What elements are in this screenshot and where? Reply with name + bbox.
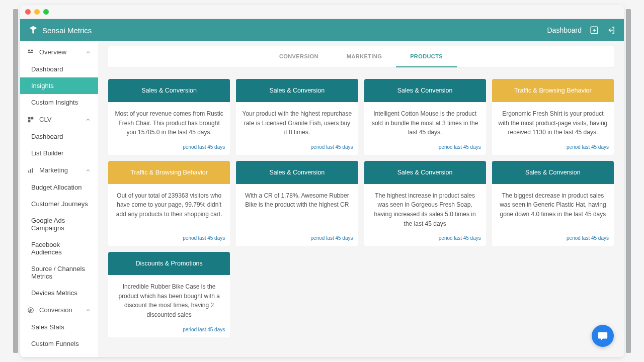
card-period: period last 45 days [108,232,230,246]
sidebar-label: Marketing [39,166,68,174]
sidebar-item-sales-stats[interactable]: Sales Stats [20,319,98,335]
card-period: period last 45 days [492,141,614,155]
svg-rect-5 [31,117,34,119]
card-body: Incredible Rubber Bike Case is the produ… [108,275,230,323]
sidebar-section-clv[interactable]: CLV [20,111,98,128]
svg-rect-9 [32,168,33,172]
card-body: The biggest decrease in product sales wa… [492,184,614,232]
card-period: period last 45 days [364,232,486,246]
card-body: Your product with the highest repurchase… [236,102,358,141]
insight-card[interactable]: Sales & ConversionYour product with the … [236,79,358,155]
card-period: period last 45 days [236,141,358,155]
insight-card[interactable]: Sales & ConversionThe highest increase i… [364,161,486,246]
sidebar-item-google-ads[interactable]: Google Ads Campaigns [20,212,98,236]
conversion-icon [27,307,34,314]
insight-card[interactable]: Sales & ConversionMost of your revenue c… [108,79,230,155]
sidebar: Overview Dashboard Insights Custom Insig… [20,41,98,357]
card-body: Ergonomic Fresh Shirt is your product wi… [492,102,614,141]
insight-card[interactable]: Sales & ConversionThe biggest decrease i… [492,161,614,246]
svg-rect-6 [28,120,31,122]
add-widget-icon[interactable] [590,26,599,35]
top-navbar: Sensai Metrics Dashboard [20,19,624,41]
card-body: The highest increase in product sales wa… [364,184,486,232]
chevron-up-icon [85,49,91,55]
card-header: Discounts & Promotions [108,252,230,275]
sidebar-item-customer-journeys[interactable]: Customer Journeys [20,196,98,212]
sidebar-item-clv-dashboard[interactable]: Dashboard [20,128,98,145]
insight-card[interactable]: Sales & ConversionWith a CR of 1.78%, Aw… [236,161,358,246]
sidebar-item-source-channels[interactable]: Source / Channels Metrics [20,260,98,285]
app-window: Sensai Metrics Dashboard Overview Dashbo… [20,5,624,357]
logout-icon[interactable] [607,26,616,35]
sidebar-item-insights[interactable]: Insights [20,77,98,94]
main-content: CONVERSION MARKETING PRODUCTS Sales & Co… [98,41,624,357]
card-body: Most of your revenue comes from Rustic F… [108,102,230,141]
sidebar-item-list-builder[interactable]: List Builder [20,145,98,161]
card-period: period last 45 days [108,141,230,155]
tab-conversion[interactable]: CONVERSION [265,46,333,67]
svg-rect-2 [31,49,33,50]
insights-grid: Sales & ConversionMost of your revenue c… [108,79,614,337]
sidebar-label: Conversion [39,306,72,314]
card-period: period last 45 days [108,324,230,337]
sidebar-item-custom-insights[interactable]: Custom Insights [20,94,98,111]
maximize-window-button[interactable] [43,9,49,15]
svg-rect-8 [30,169,31,172]
card-body: Intelligent Cotton Mouse is the product … [364,102,486,141]
card-body: With a CR of 1.78%, Awesome Rubber Bike … [236,184,358,232]
tab-marketing[interactable]: MARKETING [333,46,396,67]
card-header: Traffic & Browsing Behavior [108,161,230,184]
tab-products[interactable]: PRODUCTS [396,46,457,67]
svg-rect-7 [28,170,29,173]
topbar-dashboard-label[interactable]: Dashboard [547,26,582,34]
sidebar-section-overview[interactable]: Overview [20,43,98,61]
tabs-panel: CONVERSION MARKETING PRODUCTS [108,46,614,68]
overview-icon [27,49,34,56]
clv-icon [27,116,34,123]
sidebar-label: CLV [39,116,51,123]
svg-rect-3 [28,51,33,52]
sidebar-section-conversion[interactable]: Conversion [20,301,98,319]
chevron-up-icon [85,307,91,313]
sidebar-item-devices-metrics[interactable]: Devices Metrics [20,285,98,301]
svg-rect-1 [28,49,30,50]
chat-icon [597,330,608,341]
card-header: Sales & Conversion [492,161,614,184]
card-header: Sales & Conversion [236,161,358,184]
card-header: Traffic & Browsing Behavior [492,79,614,102]
mac-titlebar [20,5,624,19]
sidebar-section-marketing[interactable]: Marketing [20,161,98,179]
chat-fab[interactable] [592,325,614,347]
insight-card[interactable]: Sales & ConversionIntelligent Cotton Mou… [364,79,486,155]
sidebar-item-coupons-metrics[interactable]: Coupons Metrics [20,352,98,357]
brand-icon [28,25,38,35]
card-period: period last 45 days [236,232,358,246]
card-period: period last 45 days [364,141,486,155]
brand-name: Sensai Metrics [42,26,92,35]
close-window-button[interactable] [25,9,31,15]
sidebar-item-dashboard[interactable]: Dashboard [20,61,98,77]
sidebar-label: Overview [39,48,66,56]
insight-card[interactable]: Discounts & PromotionsIncredible Rubber … [108,252,230,337]
sidebar-item-facebook-audiences[interactable]: Facebook Audiences [20,236,98,260]
chevron-up-icon [85,167,91,173]
minimize-window-button[interactable] [34,9,40,15]
card-period: period last 45 days [492,232,614,246]
card-header: Sales & Conversion [364,161,486,184]
card-header: Sales & Conversion [108,79,230,102]
sidebar-item-custom-funnels[interactable]: Custom Funnels [20,335,98,352]
brand[interactable]: Sensai Metrics [28,25,92,35]
insight-card[interactable]: Traffic & Browsing BehaviorOut of your t… [108,161,230,246]
card-header: Sales & Conversion [236,79,358,102]
svg-rect-4 [28,117,31,119]
sidebar-item-budget-allocation[interactable]: Budget Allocation [20,179,98,196]
chevron-up-icon [85,117,91,123]
insight-card[interactable]: Traffic & Browsing BehaviorErgonomic Fre… [492,79,614,155]
card-header: Sales & Conversion [364,79,486,102]
marketing-icon [27,167,34,174]
card-body: Out of your total of 239363 visitors who… [108,184,230,232]
